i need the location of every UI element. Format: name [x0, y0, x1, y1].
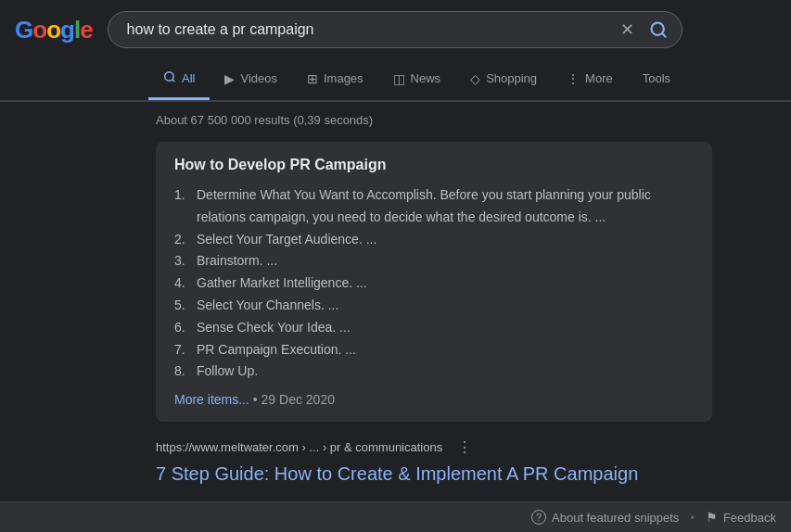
more-items-link[interactable]: More items... [174, 392, 249, 407]
list-item-text: Sense Check Your Idea. ... [197, 317, 351, 339]
tools-label: Tools [643, 71, 670, 85]
images-icon: ⊞ [307, 71, 318, 86]
google-logo: Google [15, 16, 93, 44]
svg-line-3 [172, 80, 175, 82]
list-num: 8. [174, 361, 189, 383]
list-item-text: Determine What You Want to Accomplish. B… [197, 184, 694, 229]
clear-search-button[interactable]: ✕ [617, 16, 638, 44]
footer-dot: • [690, 511, 695, 525]
tab-videos[interactable]: ▶ Videos [210, 60, 292, 100]
shopping-icon: ◇ [470, 71, 480, 86]
list-num: 7. [174, 339, 189, 361]
feedback-button[interactable]: ⚑ Feedback [706, 510, 776, 525]
footer-bar: ? About featured snippets • ⚑ Feedback [0, 501, 791, 532]
list-num: 5. [174, 295, 189, 317]
search-input[interactable] [108, 11, 683, 48]
list-item: 6. Sense Check Your Idea. ... [174, 317, 694, 339]
list-item: 3. Brainstorm. ... [174, 250, 694, 272]
list-num: 4. [174, 272, 189, 295]
search-result: https://www.meltwater.com › ... › pr & c… [156, 437, 712, 486]
list-item-text: Select Your Target Audience. ... [197, 229, 376, 251]
tab-shopping[interactable]: ◇ Shopping [455, 60, 552, 100]
all-icon [163, 70, 176, 86]
result-title-link[interactable]: 7 Step Guide: How to Create & Implement … [156, 463, 638, 484]
tab-images-label: Images [324, 71, 364, 85]
results-area: About 67 500 000 results (0,39 seconds) … [0, 102, 788, 497]
list-item-text: Select Your Channels. ... [197, 295, 338, 317]
list-item: 1. Determine What You Want to Accomplish… [174, 184, 694, 229]
result-url: https://www.meltwater.com › ... › pr & c… [156, 437, 712, 458]
list-item-text: Follow Up. [197, 361, 258, 383]
tab-images[interactable]: ⊞ Images [292, 60, 378, 100]
tab-news-label: News [411, 71, 441, 85]
featured-snippet: How to Develop PR Campaign 1. Determine … [156, 142, 712, 422]
nav-tabs: All ▶ Videos ⊞ Images ◫ News ◇ Shopping … [0, 59, 791, 101]
tab-more[interactable]: ⋮ More [552, 60, 628, 100]
search-submit-button[interactable] [645, 17, 671, 43]
feedback-label: Feedback [723, 511, 776, 525]
list-item: 2. Select Your Target Audience. ... [174, 229, 694, 251]
tab-videos-label: Videos [240, 71, 277, 85]
list-num: 1. [174, 184, 189, 229]
tab-news[interactable]: ◫ News [378, 60, 456, 100]
snippet-more: More items... • 29 Dec 2020 [174, 392, 694, 407]
result-url-text: https://www.meltwater.com › ... › pr & c… [156, 440, 442, 454]
list-item-text: Brainstorm. ... [197, 250, 277, 272]
list-num: 6. [174, 317, 189, 339]
search-bar-icons: ✕ [617, 16, 671, 44]
news-icon: ◫ [393, 71, 405, 86]
tab-shopping-label: Shopping [486, 71, 537, 85]
tab-more-label: More [585, 71, 613, 85]
snippets-label: About featured snippets [552, 511, 679, 525]
search-bar-container: ✕ [108, 11, 683, 48]
feedback-icon: ⚑ [706, 510, 718, 525]
videos-icon: ▶ [224, 71, 235, 86]
snippet-list: 1. Determine What You Want to Accomplish… [174, 184, 694, 383]
list-num: 3. [174, 250, 189, 272]
list-item: 5. Select Your Channels. ... [174, 295, 694, 317]
featured-snippets-info[interactable]: ? About featured snippets [531, 510, 679, 525]
list-item-text: PR Campaign Execution. ... [197, 339, 356, 361]
tab-all-label: All [182, 71, 195, 85]
results-count: About 67 500 000 results (0,39 seconds) [156, 113, 773, 127]
svg-point-2 [165, 72, 173, 81]
snippet-title: How to Develop PR Campaign [174, 157, 694, 173]
svg-line-1 [661, 33, 665, 37]
header: Google ✕ [0, 0, 791, 59]
result-menu-button[interactable]: ⋮ [452, 437, 478, 458]
list-item-text: Gather Market Intelligence. ... [197, 272, 367, 295]
list-num: 2. [174, 229, 189, 251]
more-icon: ⋮ [567, 71, 580, 86]
list-item: 8. Follow Up. [174, 361, 694, 383]
list-item: 7. PR Campaign Execution. ... [174, 339, 694, 361]
snippet-date: • 29 Dec 2020 [253, 392, 335, 407]
list-item: 4. Gather Market Intelligence. ... [174, 272, 694, 295]
help-icon: ? [531, 510, 546, 525]
tools-button[interactable]: Tools [628, 60, 685, 99]
tab-all[interactable]: All [148, 59, 210, 100]
